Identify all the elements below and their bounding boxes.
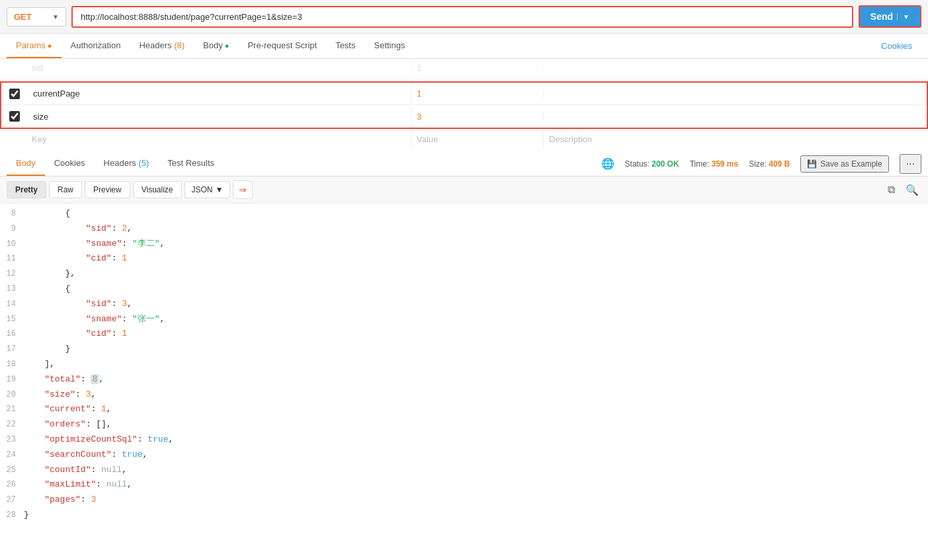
param-row-size [1, 105, 927, 128]
view-preview-button[interactable]: Preview [85, 181, 130, 198]
json-toolbar: Pretty Raw Preview Visualize JSON ▼ ⇒ ⧉ … [0, 177, 928, 204]
tab-headers[interactable]: Headers (8) [130, 34, 194, 58]
json-line-18: 18 ], [0, 357, 928, 372]
cookies-link[interactable]: Cookies [872, 34, 921, 58]
size-value: 409 B [769, 159, 790, 169]
json-line-11: 11 "cid": 1 [0, 251, 928, 266]
ghost-desc: Description [543, 130, 928, 148]
save-example-label: Save as Example [820, 159, 882, 169]
tab-prerequest-label: Pre-request Script [247, 40, 317, 50]
ghost-top-desc [543, 65, 928, 71]
param-checkbox-2[interactable] [9, 111, 20, 122]
method-chevron-icon: ▼ [52, 13, 59, 20]
json-line-27: 27 "pages": 3 [0, 493, 928, 508]
resp-tab-cookies[interactable]: Cookies [45, 151, 95, 176]
request-tabs-left: Params ● Authorization Headers (8) Body … [7, 34, 414, 58]
tab-settings[interactable]: Settings [364, 34, 414, 58]
tab-prerequest[interactable]: Pre-request Script [238, 34, 326, 58]
json-line-25: 25 "countId": null, [0, 463, 928, 478]
tab-tests-label: Tests [335, 40, 355, 50]
params-table [0, 81, 928, 129]
tab-settings-label: Settings [374, 40, 405, 50]
send-label: Send [870, 11, 893, 22]
response-tabs-row: Body Cookies Headers (5) Test Results 🌐 … [0, 151, 928, 177]
copy-button[interactable]: ⧉ [885, 181, 898, 198]
tab-authorization[interactable]: Authorization [62, 34, 130, 58]
json-line-10: 10 "sname": "李二", [0, 237, 928, 252]
resp-tab-headers[interactable]: Headers (5) [95, 151, 159, 176]
format-chevron-icon: ▼ [216, 185, 224, 194]
json-line-14: 14 "sid": 3, [0, 297, 928, 312]
resp-tab-cookies-label: Cookies [54, 158, 85, 168]
json-line-15: 15 "sname": "张一", [0, 312, 928, 327]
ghost-value: Value [411, 130, 543, 148]
ghost-key: Key [26, 130, 411, 148]
params-section: sid 1 [0, 59, 928, 149]
view-visualize-button[interactable]: Visualize [133, 181, 182, 198]
param-row-currentpage [1, 83, 927, 105]
tab-params-label: Params [16, 40, 46, 50]
param-key-2[interactable] [28, 108, 411, 126]
view-pretty-button[interactable]: Pretty [7, 181, 46, 198]
json-toolbar-right: ⧉ 🔍 [885, 181, 921, 199]
resp-tab-headers-label: Headers (5) [104, 158, 149, 168]
param-desc-2 [543, 112, 927, 120]
param-value-2[interactable] [411, 108, 543, 126]
tab-authorization-label: Authorization [71, 40, 121, 50]
json-line-22: 22 "orders": [], [0, 417, 928, 432]
param-check-1[interactable] [1, 89, 28, 99]
tab-body[interactable]: Body ● [194, 34, 238, 58]
json-content[interactable]: 8 { 9 "sid": 2, 10 "sname": "李二", 11 "ci… [0, 204, 928, 519]
tab-params[interactable]: Params ● [7, 34, 62, 58]
view-raw-button[interactable]: Raw [49, 181, 82, 198]
response-meta: 🌐 Status: 200 OK Time: 359 ms Size: 409 … [601, 154, 921, 174]
response-tabs-left: Body Cookies Headers (5) Test Results [7, 151, 224, 176]
param-ghost-row: Key Value Description [0, 129, 928, 149]
method-label: GET [14, 12, 32, 22]
wrap-button[interactable]: ⇒ [233, 180, 253, 199]
json-line-16: 16 "cid": 1 [0, 327, 928, 342]
time-value: 359 ms [712, 159, 739, 169]
time-label: Time: 359 ms [690, 159, 739, 169]
param-key-1[interactable] [28, 85, 411, 102]
tab-headers-label: Headers (8) [139, 40, 185, 50]
json-line-12: 12 }, [0, 266, 928, 282]
resp-tab-test-results[interactable]: Test Results [158, 151, 224, 176]
json-line-23: 23 "optimizeCountSql": true, [0, 432, 928, 448]
status-value: 200 OK [652, 159, 679, 169]
ghost-top-row: sid 1 [0, 59, 928, 77]
save-icon: 💾 [807, 159, 817, 169]
ghost-top-key: sid [26, 60, 411, 75]
param-value-1[interactable] [411, 85, 543, 102]
save-example-button[interactable]: 💾 Save as Example [800, 155, 888, 173]
json-line-8: 8 { [0, 206, 928, 221]
json-line-26: 26 "maxLimit": null, [0, 477, 928, 493]
tab-tests[interactable]: Tests [326, 34, 364, 58]
param-desc-1 [543, 90, 927, 98]
params-badge: ● [46, 42, 52, 50]
request-tabs-row: Params ● Authorization Headers (8) Body … [0, 34, 928, 59]
resp-tab-body[interactable]: Body [7, 151, 45, 176]
tab-body-label: Body [203, 40, 223, 50]
json-line-9: 9 "sid": 2, [0, 221, 928, 237]
json-line-24: 24 "searchCount": true, [0, 448, 928, 463]
url-input[interactable] [71, 6, 853, 28]
method-select[interactable]: GET ▼ [7, 7, 66, 26]
json-line-28: 28 } [0, 508, 928, 519]
top-bar: GET ▼ Send ▼ [0, 0, 928, 34]
json-line-17: 17 } [0, 342, 928, 357]
send-button[interactable]: Send ▼ [859, 5, 921, 28]
search-button[interactable]: 🔍 [903, 181, 921, 199]
json-toolbar-left: Pretty Raw Preview Visualize JSON ▼ ⇒ [7, 180, 253, 199]
body-badge: ● [223, 42, 230, 50]
format-label: JSON [192, 185, 213, 194]
send-chevron-icon: ▼ [897, 13, 909, 20]
format-select[interactable]: JSON ▼ [185, 181, 231, 198]
size-label: Size: 409 B [749, 159, 790, 169]
param-checkbox-1[interactable] [9, 89, 20, 99]
ghost-top-value: 1 [411, 60, 543, 75]
json-line-19: 19 "total": 8, [0, 372, 928, 387]
more-options-button[interactable]: ··· [900, 154, 921, 174]
param-check-2[interactable] [1, 111, 28, 122]
json-line-20: 20 "size": 3, [0, 387, 928, 403]
